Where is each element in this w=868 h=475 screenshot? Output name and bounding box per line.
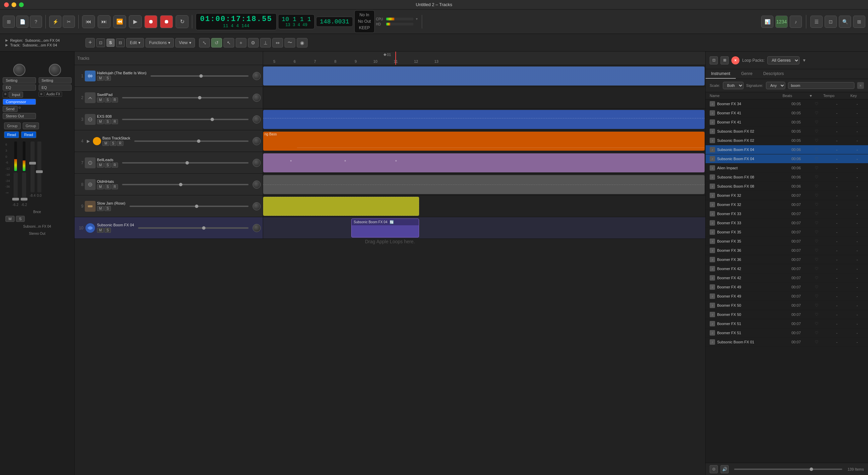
- fast-forward-btn[interactable]: ⏭: [98, 15, 111, 28]
- loop-heart-5[interactable]: ♡: [810, 147, 823, 152]
- record-btn-4[interactable]: R: [117, 141, 123, 146]
- close-window-btn[interactable]: [4, 2, 9, 7]
- group-btn-1[interactable]: Group: [4, 122, 21, 129]
- pointer-tool-btn[interactable]: ↖: [223, 38, 234, 48]
- loop-heart-26[interactable]: ♡: [810, 340, 823, 344]
- solo-btn-1[interactable]: S: [104, 76, 111, 81]
- record-btn[interactable]: ⏺: [144, 15, 157, 28]
- list-item[interactable]: ♪ Boomer FX 33 00:07 ♡ - -: [706, 218, 868, 228]
- list-item[interactable]: ♪ Boomer FX 49 00:07 ♡ - -: [706, 283, 868, 292]
- loop-heart-22[interactable]: ♡: [810, 303, 823, 308]
- track-display-btn[interactable]: ⊟: [116, 38, 125, 47]
- smart-controls-btn[interactable]: ⊡: [825, 16, 837, 28]
- clip-7[interactable]: [263, 153, 705, 172]
- fader-track-4[interactable]: [37, 141, 41, 192]
- loop-heart-10[interactable]: ♡: [810, 193, 823, 198]
- play-btn-4[interactable]: ▶: [85, 138, 92, 145]
- fader-thumb-8[interactable]: [179, 183, 182, 186]
- volume-fader-9[interactable]: [130, 206, 249, 207]
- list-item[interactable]: ♪ Boomer FX 41 00:05 ♡ - -: [706, 118, 868, 127]
- audio-fx-btn[interactable]: Audio FX: [45, 92, 62, 97]
- clip-9[interactable]: [263, 197, 419, 216]
- loop-heart-24[interactable]: ♡: [810, 321, 823, 326]
- solo-btn-3[interactable]: S: [104, 119, 111, 124]
- fader-thumb-1[interactable]: [12, 198, 19, 201]
- list-item[interactable]: ♪ Alien Impact 00:06 ♡ - -: [706, 164, 868, 173]
- browser-btn[interactable]: ⊞: [853, 16, 865, 28]
- record-btn-3[interactable]: R: [112, 119, 118, 124]
- loop-heart-23[interactable]: ♡: [810, 312, 823, 317]
- list-item[interactable]: ♪ Subsonic Boom FX 04 00:06 ♡ - -: [706, 145, 868, 154]
- loop-heart-0[interactable]: ♡: [810, 101, 823, 106]
- edit-btn[interactable]: Edit ▾: [126, 38, 144, 48]
- tab-genre[interactable]: Genre: [736, 69, 758, 79]
- loop-heart-18[interactable]: ♡: [810, 266, 823, 271]
- loop-heart-2[interactable]: ♡: [810, 120, 823, 125]
- scissors-btn[interactable]: ✂: [63, 16, 75, 28]
- vol-knob-1[interactable]: [253, 72, 261, 80]
- mute-btn-3[interactable]: M: [97, 119, 104, 124]
- fader-thumb-1[interactable]: [199, 74, 203, 78]
- loop-heart-7[interactable]: ♡: [810, 166, 823, 170]
- record-btn-2[interactable]: R: [112, 97, 118, 102]
- input-link-btn[interactable]: ⊕: [3, 92, 8, 98]
- loop-heart-19[interactable]: ♡: [810, 276, 823, 280]
- loop-tool-btn[interactable]: ↺: [211, 38, 222, 48]
- clip-4[interactable]: ng Bass: [263, 132, 705, 151]
- go-to-beginning-btn[interactable]: ⏪: [113, 15, 126, 28]
- stretch-btn[interactable]: ⇔: [272, 38, 283, 48]
- vol-knob-9[interactable]: [253, 202, 261, 210]
- mute-btn-10[interactable]: M: [97, 228, 104, 233]
- solo-btn-8[interactable]: S: [104, 184, 111, 189]
- loop-heart-8[interactable]: ♡: [810, 175, 823, 179]
- mixer-btn[interactable]: ⚡: [49, 16, 61, 28]
- fader-thumb-7[interactable]: [185, 161, 189, 165]
- volume-fader-1[interactable]: [151, 75, 249, 77]
- track-options-btn[interactable]: ⊡: [96, 38, 105, 47]
- fade-btn[interactable]: 〜: [284, 38, 295, 48]
- list-item[interactable]: ♪ Boomer FX 36 00:07 ♡ - -: [706, 246, 868, 255]
- solo-btn-2[interactable]: S: [104, 97, 111, 102]
- vol-knob-3[interactable]: [253, 115, 261, 124]
- volume-fader-7[interactable]: [122, 162, 249, 164]
- list-item[interactable]: ♪ Boomer FX 51 00:07 ♡ - -: [706, 328, 868, 338]
- vol-knob-4[interactable]: [253, 137, 261, 145]
- volume-fader-4[interactable]: [134, 140, 249, 142]
- tempo-display[interactable]: 148.0031: [316, 17, 353, 27]
- mute-btn-4[interactable]: M: [102, 141, 109, 146]
- loop-heart-1[interactable]: ♡: [810, 111, 823, 115]
- list-item[interactable]: ♪ Subsonic Boom FX 02 00:05 ♡ - -: [706, 136, 868, 145]
- loop-heart-16[interactable]: ♡: [810, 248, 823, 253]
- functions-btn[interactable]: Functions ▾: [145, 38, 174, 48]
- record-alt-btn[interactable]: ⏺: [160, 15, 173, 28]
- fader-track-2[interactable]: [22, 172, 26, 202]
- record-btn-8[interactable]: R: [112, 184, 118, 189]
- preview-volume-slider[interactable]: [734, 469, 842, 470]
- clip-3[interactable]: [263, 110, 705, 129]
- vol-knob-7[interactable]: [253, 159, 261, 167]
- pan-knob-2[interactable]: [49, 64, 61, 76]
- list-item[interactable]: ♪ Boomer FX 32 00:07 ♡ - -: [706, 200, 868, 209]
- stereo-out-btn-1[interactable]: Stereo Out: [3, 113, 36, 119]
- volume-fader-8[interactable]: [122, 184, 249, 185]
- signature-select[interactable]: Any: [766, 82, 785, 89]
- list-item[interactable]: ♪ Subsonic Boom FX 01 00:07 ♡ - -: [706, 338, 868, 347]
- loop-heart-11[interactable]: ♡: [810, 202, 823, 207]
- mute-btn-7[interactable]: M: [97, 163, 104, 168]
- browser-toggle-2[interactable]: ⊞: [721, 56, 729, 64]
- loop-heart-15[interactable]: ♡: [810, 239, 823, 244]
- eq-btn-1[interactable]: EQ: [3, 84, 36, 91]
- loop-packs-select[interactable]: All Genres: [767, 56, 800, 64]
- fader-thumb-2[interactable]: [198, 96, 201, 99]
- tab-descriptors[interactable]: Descriptors: [758, 69, 789, 79]
- list-item[interactable]: ♪ Boomer FX 50 00:07 ♡ - -: [706, 301, 868, 310]
- footer-settings-btn[interactable]: ⚙: [710, 465, 718, 473]
- volume-fader-3[interactable]: [122, 119, 249, 120]
- beats-display[interactable]: 10 1 1 1 13 3 4 49: [278, 14, 315, 29]
- volume-fader-10[interactable]: [138, 227, 249, 229]
- compressor-btn-1[interactable]: Compressor: [3, 99, 36, 105]
- bottom-s-btn[interactable]: S: [16, 216, 24, 222]
- group-btn-2[interactable]: Group: [23, 122, 39, 129]
- fader-thumb-4[interactable]: [197, 139, 200, 143]
- mute-btn-9[interactable]: M: [97, 206, 104, 211]
